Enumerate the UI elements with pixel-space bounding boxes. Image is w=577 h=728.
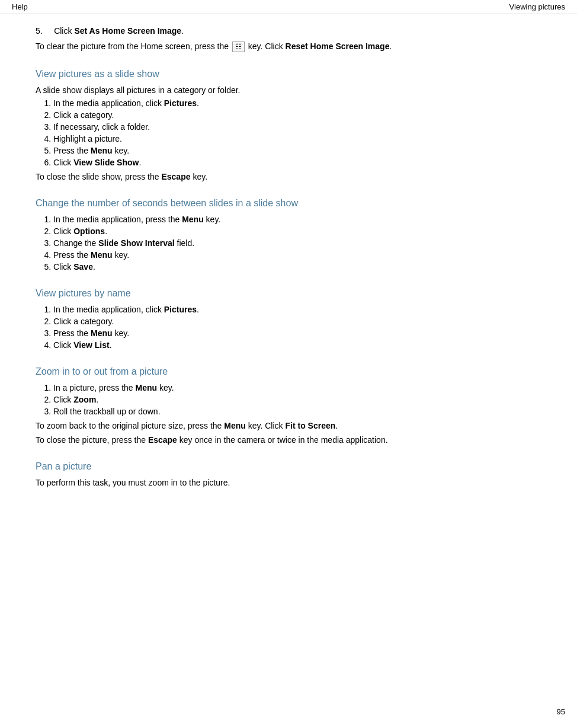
step-item: In the media application, click Pictures… (53, 98, 541, 108)
step-item: In a picture, press the Menu key. (53, 383, 541, 392)
step-item: Press the Menu key. (53, 250, 541, 260)
menu-key-icon: ☷ (232, 41, 245, 52)
steps-list-change-seconds: In the media application, press the Menu… (53, 215, 541, 272)
step-item: Press the Menu key. (53, 146, 541, 155)
clear-note-post2: key. Click (246, 41, 286, 51)
step-item: Press the Menu key. (53, 328, 541, 338)
sections-container: View pictures as a slide showA slide sho… (36, 69, 541, 487)
clear-note: To clear the picture from the Home scree… (36, 41, 541, 52)
step-item: If necessary, click a folder. (53, 122, 541, 132)
section-note-zoom-1: To close the picture, press the Escape k… (36, 435, 541, 445)
section-slide-show: View pictures as a slide showA slide sho… (36, 69, 541, 181)
page-number: 95 (557, 707, 565, 716)
page-header: Help Viewing pictures (0, 0, 577, 14)
section-zoom: Zoom in to or out from a pictureIn a pic… (36, 366, 541, 445)
section-title-change-seconds: Change the number of seconds between sli… (36, 198, 541, 209)
section-intro-slide-show: A slide show displays all pictures in a … (36, 85, 541, 95)
clear-note-pre: To clear the picture from the Home scree… (36, 41, 231, 51)
section-title-by-name: View pictures by name (36, 288, 541, 299)
step-item: In the media application, press the Menu… (53, 215, 541, 224)
step5-bold: Set As Home Screen Image (74, 26, 181, 36)
step5-line: 5. Click Set As Home Screen Image. (36, 26, 541, 36)
section-note-pan: To perform this task, you must zoom in t… (36, 478, 541, 487)
step-item: Highlight a picture. (53, 134, 541, 143)
step-item: Click a category. (53, 110, 541, 120)
step5-pre: Click (54, 26, 74, 36)
clear-note-bold: Reset Home Screen Image (286, 41, 390, 51)
step-item: Change the Slide Show Interval field. (53, 238, 541, 248)
step-item: Click Save. (53, 262, 541, 272)
section-note-zoom-0: To zoom back to the original picture siz… (36, 421, 541, 430)
step-item: Click View List. (53, 340, 541, 350)
main-content: 5. Click Set As Home Screen Image. To cl… (0, 14, 577, 517)
clear-note-end: . (389, 41, 392, 51)
step5-number: 5. (36, 26, 43, 36)
step5-post: . (181, 26, 184, 36)
header-left: Help (12, 2, 28, 11)
section-pan: Pan a pictureTo perform this task, you m… (36, 461, 541, 487)
steps-list-slide-show: In the media application, click Pictures… (53, 98, 541, 167)
steps-list-zoom: In a picture, press the Menu key.Click Z… (53, 383, 541, 416)
step-item: Click Options. (53, 226, 541, 236)
step-item: Roll the trackball up or down. (53, 407, 541, 416)
header-right: Viewing pictures (509, 2, 565, 11)
section-title-slide-show: View pictures as a slide show (36, 69, 541, 79)
section-by-name: View pictures by nameIn the media applic… (36, 288, 541, 350)
step-item: In the media application, click Pictures… (53, 305, 541, 314)
step-item: Click View Slide Show. (53, 158, 541, 167)
step-item: Click Zoom. (53, 395, 541, 404)
section-note-slide-show: To close the slide show, press the Escap… (36, 172, 541, 181)
step-item: Click a category. (53, 317, 541, 326)
section-title-pan: Pan a picture (36, 461, 541, 472)
section-change-seconds: Change the number of seconds between sli… (36, 198, 541, 272)
section-title-zoom: Zoom in to or out from a picture (36, 366, 541, 377)
steps-list-by-name: In the media application, click Pictures… (53, 305, 541, 350)
